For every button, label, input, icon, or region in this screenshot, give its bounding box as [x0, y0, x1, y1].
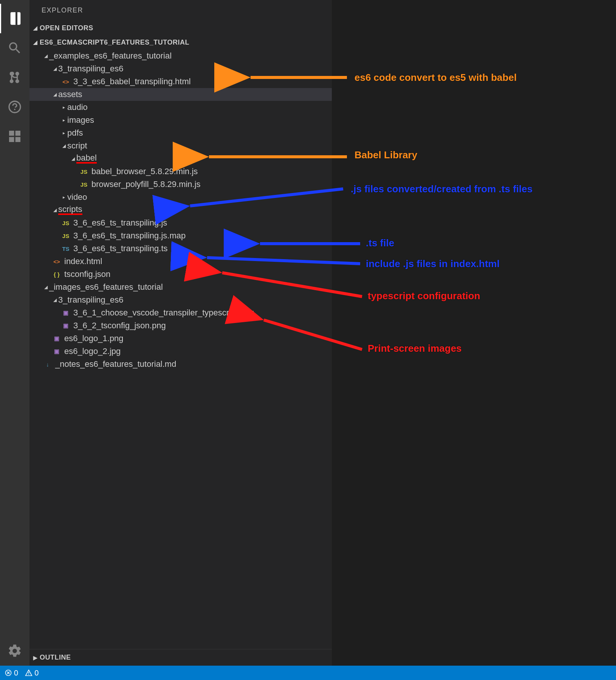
annotation-4: .ts file [366, 237, 394, 249]
tree-item-label: 3_6_es6_ts_transpiling.js.map [73, 231, 186, 241]
annotation-2: Babel Library [354, 149, 417, 161]
tree-file[interactable]: TS3_6_es6_ts_transpiling.ts [29, 242, 332, 255]
chevron-down-icon: ◢ [70, 156, 76, 161]
warning-count: 0 [34, 669, 39, 677]
chevron-right-icon: ▸ [60, 195, 67, 200]
activity-bar [0, 0, 29, 666]
tree-item-label: index.html [64, 257, 102, 266]
tree-folder[interactable]: ◢3_transpiling_es6 [29, 294, 332, 306]
open-editors-label: OPEN EDITORS [40, 24, 93, 32]
tree-item-label: 3_3_es6_babel_transpiling.html [73, 77, 191, 87]
activity-settings-icon[interactable] [0, 636, 29, 666]
chevron-down-icon: ◢ [42, 284, 49, 290]
tree-file[interactable]: JSbrowser_polyfill_5.8.29.min.js [29, 178, 332, 191]
tree-item-label: browser_polyfill_5.8.29.min.js [91, 179, 201, 189]
explorer-panel: EXPLORER ◢ OPEN EDITORS ◢ ES6_ECMASCRIPT… [29, 0, 332, 666]
annotation-5: include .js files in index.html [366, 258, 500, 270]
file-html-icon: <> [51, 258, 62, 265]
warning-icon [25, 669, 33, 677]
outline-section[interactable]: ▶ OUTLINE [29, 649, 332, 666]
tree-folder[interactable]: ◢script [29, 139, 332, 152]
tree-folder[interactable]: ◢scripts [29, 204, 332, 216]
activity-explorer-icon[interactable] [0, 4, 29, 33]
tree-folder[interactable]: ▸pdfs [29, 127, 332, 139]
tree-folder[interactable]: ▸images [29, 114, 332, 127]
tree-item-label: babel [76, 154, 97, 164]
chevron-down-icon: ◢ [51, 92, 58, 97]
chevron-down-icon: ◢ [51, 66, 58, 71]
chevron-right-icon: ▶ [31, 655, 40, 661]
file-js-icon: JS [60, 220, 71, 226]
tree-file[interactable]: <>3_3_es6_babel_transpiling.html [29, 75, 332, 88]
project-root-section[interactable]: ◢ ES6_ECMASCRIPT6_FEATURES_TUTORIAL [29, 35, 332, 49]
annotation-7: Print-screen images [368, 343, 462, 354]
outline-label: OUTLINE [40, 654, 71, 661]
tree-item-label: 3_6_es6_ts_transpiling.ts [73, 244, 168, 253]
file-html-icon: <> [60, 79, 71, 85]
tree-folder[interactable]: ◢_images_es6_features_tutorial [29, 281, 332, 294]
tree-item-label: 3_transpiling_es6 [58, 64, 123, 74]
annotation-6: typescript configuration [368, 290, 480, 302]
tree-item-label: assets [58, 90, 82, 99]
tree-item-label: pdfs [67, 128, 83, 138]
tree-item-label: _notes_es6_features_tutorial.md [55, 359, 176, 369]
tree-file[interactable]: ↓_notes_es6_features_tutorial.md [29, 358, 332, 371]
status-errors[interactable]: 0 [5, 669, 18, 677]
error-icon [5, 669, 12, 677]
editor-area: es6 code convert to es5 with babel Babel… [332, 0, 616, 666]
tree-folder[interactable]: ◢assets [29, 88, 332, 101]
tree-file[interactable]: ▣es6_logo_1.png [29, 332, 332, 345]
chevron-down-icon: ◢ [60, 143, 67, 148]
file-img-icon: ▣ [51, 335, 62, 342]
tree-file[interactable]: <>index.html [29, 255, 332, 268]
tree-item-label: _examples_es6_features_tutorial [49, 51, 172, 61]
chevron-down-icon: ◢ [42, 53, 49, 59]
tree-item-label: script [67, 141, 87, 151]
chevron-down-icon: ◢ [31, 39, 40, 45]
tree-item-label: 3_6_es6_ts_transpiling.js [73, 218, 167, 228]
file-js-icon: JS [79, 181, 89, 188]
error-count: 0 [14, 669, 18, 677]
activity-extensions-icon[interactable] [0, 122, 29, 151]
tree-item-label: scripts [58, 205, 82, 215]
tree-item-label: 3_transpiling_es6 [58, 295, 123, 305]
file-js-icon: JS [79, 168, 89, 175]
tree-file[interactable]: JS3_6_es6_ts_transpiling.js.map [29, 229, 332, 242]
activity-git-icon[interactable] [0, 63, 29, 92]
tree-file[interactable]: JSbabel_browser_5.8.29.min.js [29, 165, 332, 178]
file-json-icon: { } [51, 271, 62, 278]
tree-folder[interactable]: ▸video [29, 191, 332, 204]
open-editors-section[interactable]: ◢ OPEN EDITORS [29, 21, 332, 35]
tree-item-label: _images_es6_features_tutorial [49, 282, 163, 292]
file-tree: ◢_examples_es6_features_tutorial◢3_trans… [29, 49, 332, 649]
activity-debug-icon[interactable] [0, 92, 29, 122]
tree-folder[interactable]: ◢_examples_es6_features_tutorial [29, 49, 332, 62]
tree-item-label: video [67, 192, 87, 202]
status-warnings[interactable]: 0 [25, 669, 39, 677]
file-md-icon: ↓ [42, 361, 53, 368]
file-img-icon: ▣ [60, 322, 71, 329]
tree-item-label: tsconfig.json [64, 269, 110, 279]
tree-item-label: 3_6_2_tsconfig_json.png [73, 321, 166, 331]
tree-file[interactable]: ▣3_6_2_tsconfig_json.png [29, 319, 332, 332]
annotation-3: .js files converted/created from .ts fil… [351, 183, 540, 195]
project-name: ES6_ECMASCRIPT6_FEATURES_TUTORIAL [40, 39, 189, 46]
tree-file[interactable]: { }tsconfig.json [29, 268, 332, 281]
tree-item-label: audio [67, 102, 88, 112]
activity-search-icon[interactable] [0, 33, 29, 63]
tree-item-label: images [67, 115, 94, 125]
tree-folder[interactable]: ◢babel [29, 152, 332, 165]
annotation-1: es6 code convert to es5 with babel [354, 72, 517, 83]
tree-folder[interactable]: ◢3_transpiling_es6 [29, 62, 332, 75]
tree-file[interactable]: ▣es6_logo_2.jpg [29, 345, 332, 358]
chevron-down-icon: ◢ [51, 207, 58, 213]
svg-point-0 [9, 101, 20, 113]
tree-file[interactable]: ▣3_6_1_choose_vscode_transpiler_typescri… [29, 306, 332, 319]
tree-file[interactable]: JS3_6_es6_ts_transpiling.js [29, 216, 332, 229]
file-ts-icon: TS [60, 246, 71, 252]
chevron-right-icon: ▸ [60, 105, 67, 110]
file-img-icon: ▣ [51, 348, 62, 355]
tree-folder[interactable]: ▸audio [29, 101, 332, 114]
tree-item-label: es6_logo_1.png [64, 334, 124, 343]
tree-item-label: babel_browser_5.8.29.min.js [91, 167, 198, 176]
